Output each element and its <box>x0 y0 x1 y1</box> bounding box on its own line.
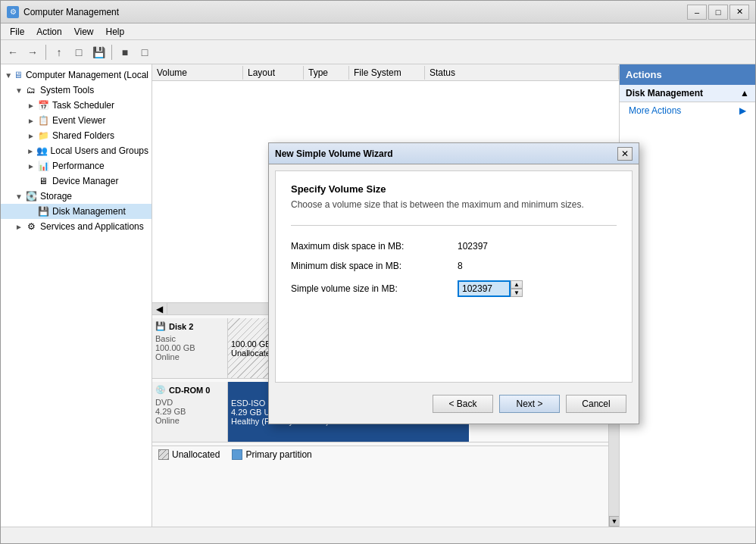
tree-item-system-tools[interactable]: ▼ 🗂 System Tools <box>1 83 152 98</box>
dialog-divider <box>291 225 617 226</box>
tree-item-task-scheduler[interactable]: ► 📅 Task Scheduler <box>1 98 152 113</box>
task-scheduler-icon: 📅 <box>37 99 49 111</box>
menu-help[interactable]: Help <box>100 25 131 39</box>
back-button[interactable]: < Back <box>433 395 493 413</box>
dialog-input-label: Simple volume size in MB: <box>291 283 458 294</box>
toggle-event-viewer[interactable]: ► <box>25 117 37 125</box>
new-simple-volume-dialog: New Simple Volume Wizard ✕ Specify Volum… <box>268 142 639 424</box>
services-icon: ⚙ <box>25 220 37 233</box>
dialog-max-label: Maximum disk space in MB: <box>291 241 458 252</box>
storage-icon: 💽 <box>25 190 37 202</box>
tree-label-shared-folders: Shared Folders <box>52 130 114 141</box>
toolbar-forward[interactable]: → <box>23 43 42 61</box>
toggle-task-scheduler[interactable]: ► <box>25 102 37 110</box>
dialog-title-bar: New Simple Volume Wizard ✕ <box>269 143 639 164</box>
volume-size-spinbox: 102397 ▲ ▼ <box>458 280 523 297</box>
tree-item-disk-management[interactable]: ► 💾 Disk Management <box>1 204 152 219</box>
dialog-content: Specify Volume Size Choose a volume size… <box>275 170 633 383</box>
volume-size-input[interactable]: 102397 <box>458 280 511 297</box>
tree-label-event-viewer: Event Viewer <box>52 115 105 126</box>
tree-item-performance[interactable]: ► 📊 Performance <box>1 158 152 174</box>
title-bar: ⚙ Computer Management – □ ✕ <box>1 1 755 23</box>
dialog-max-value: 102397 <box>458 241 488 252</box>
tree-label-device-manager: Device Manager <box>52 176 118 186</box>
tree-item-local-users[interactable]: ► 👥 Local Users and Groups <box>1 143 152 158</box>
tree-item-event-viewer[interactable]: ► 📋 Event Viewer <box>1 113 152 128</box>
next-button[interactable]: Next > <box>499 395 560 413</box>
dialog-section-desc: Choose a volume size that is between the… <box>291 199 617 210</box>
event-viewer-icon: 📋 <box>37 114 49 127</box>
disk-management-icon: 💾 <box>37 205 49 217</box>
tree-label-local-users: Local Users and Groups <box>51 145 148 156</box>
tree-label-task-scheduler: Task Scheduler <box>52 100 114 111</box>
tree-label-system-tools: System Tools <box>40 85 94 95</box>
system-tools-icon: 🗂 <box>25 84 37 96</box>
tree-item-services[interactable]: ► ⚙ Services and Applications <box>1 219 152 234</box>
toolbar-sep1 <box>45 45 46 60</box>
tree-item-device-manager[interactable]: ► 🖥 Device Manager <box>1 174 152 189</box>
toggle-performance[interactable]: ► <box>25 162 37 170</box>
local-users-icon: 👥 <box>36 145 48 157</box>
restore-button[interactable]: □ <box>708 5 728 20</box>
tree-item-root[interactable]: ▼ 🖥 Computer Management (Local <box>1 67 152 83</box>
spinbox-buttons: ▲ ▼ <box>511 280 523 297</box>
toggle-root[interactable]: ▼ <box>4 71 13 80</box>
toolbar-back[interactable]: ← <box>4 43 22 61</box>
window-controls: – □ ✕ <box>687 5 749 20</box>
toggle-storage[interactable]: ▼ <box>13 192 25 201</box>
tree-label-performance: Performance <box>52 161 105 171</box>
tree-label-disk-management: Disk Management <box>52 206 126 217</box>
cancel-button[interactable]: Cancel <box>566 395 626 413</box>
toolbar-up[interactable]: ↑ <box>50 43 68 61</box>
performance-icon: 📊 <box>37 160 49 172</box>
toolbar-save[interactable]: 💾 <box>89 43 108 61</box>
minimize-button[interactable]: – <box>687 5 707 20</box>
spinbox-down[interactable]: ▼ <box>511 289 523 297</box>
tree-label-storage: Storage <box>40 191 72 202</box>
dialog-footer: < Back Next > Cancel <box>269 389 639 424</box>
toggle-local-users[interactable]: ► <box>25 147 36 155</box>
toolbar-sep2 <box>111 45 112 60</box>
dialog-section-title: Specify Volume Size <box>291 183 617 195</box>
menu-view[interactable]: View <box>68 25 100 39</box>
menu-action[interactable]: Action <box>30 25 67 39</box>
shared-folders-icon: 📁 <box>37 130 49 142</box>
tree-item-storage[interactable]: ▼ 💽 Storage <box>1 189 152 204</box>
dialog-title: New Simple Volume Wizard <box>275 149 617 159</box>
tree-item-shared-folders[interactable]: ► 📁 Shared Folders <box>1 128 152 143</box>
dialog-min-row: Minimum disk space in MB: 8 <box>291 261 617 271</box>
tree-label-root: Computer Management (Local <box>26 70 148 80</box>
dialog-max-row: Maximum disk space in MB: 102397 <box>291 241 617 252</box>
toggle-services[interactable]: ► <box>13 223 25 231</box>
device-manager-icon: 🖥 <box>37 175 49 187</box>
main-window: ⚙ Computer Management – □ ✕ File Action … <box>0 0 756 544</box>
dialog-input-row: Simple volume size in MB: 102397 ▲ ▼ <box>291 280 617 297</box>
toolbar-show-hide[interactable]: □ <box>70 43 88 61</box>
toolbar-properties[interactable]: ■ <box>116 43 134 61</box>
toggle-system-tools[interactable]: ▼ <box>13 86 25 95</box>
dialog-min-label: Minimum disk space in MB: <box>291 261 458 271</box>
menu-file[interactable]: File <box>4 25 30 39</box>
computer-icon: 🖥 <box>13 69 22 81</box>
toggle-shared-folders[interactable]: ► <box>25 132 37 140</box>
spinbox-up[interactable]: ▲ <box>511 280 523 289</box>
dialog-close-button[interactable]: ✕ <box>617 147 633 161</box>
window-title: Computer Management <box>23 7 687 17</box>
app-icon: ⚙ <box>7 6 19 18</box>
dialog-overlay: New Simple Volume Wizard ✕ Specify Volum… <box>152 23 756 544</box>
close-button[interactable]: ✕ <box>729 5 749 20</box>
tree-pane: ▼ 🖥 Computer Management (Local ▼ 🗂 Syste… <box>1 64 152 527</box>
dialog-min-value: 8 <box>458 261 463 271</box>
tree-label-services: Services and Applications <box>40 221 144 232</box>
